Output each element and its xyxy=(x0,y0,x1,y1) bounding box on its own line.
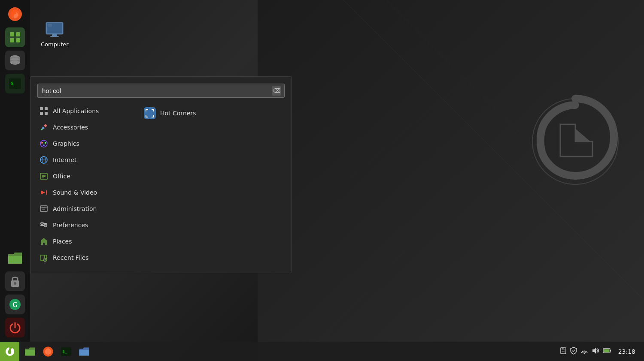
dock-icon-terminal[interactable]: $_ xyxy=(5,74,25,93)
accessories-label: Accessories xyxy=(53,124,88,131)
svg-point-67 xyxy=(583,352,585,354)
internet-label: Internet xyxy=(53,156,77,163)
svg-text:$_: $_ xyxy=(63,349,68,353)
svg-rect-15 xyxy=(10,32,14,36)
dock-icon-lock[interactable] xyxy=(5,271,25,291)
administration-icon xyxy=(39,204,49,214)
computer-icon-label: Computer xyxy=(41,41,69,48)
svg-rect-47 xyxy=(46,190,47,195)
systray-clipboard-icon[interactable] xyxy=(559,347,567,356)
graphics-label: Graphics xyxy=(53,140,79,147)
svg-point-6 xyxy=(532,99,618,184)
svg-line-3 xyxy=(301,43,601,361)
svg-point-37 xyxy=(45,142,46,144)
svg-line-1 xyxy=(343,0,644,300)
dock-icon-firefox[interactable] xyxy=(5,4,25,24)
all-apps-icon xyxy=(39,106,49,116)
svg-point-53 xyxy=(41,222,43,225)
svg-rect-42 xyxy=(40,173,47,179)
graphics-icon xyxy=(39,139,49,148)
dock-icon-db-app[interactable] xyxy=(5,51,25,70)
svg-rect-32 xyxy=(40,112,43,115)
menu-item-graphics[interactable]: Graphics xyxy=(34,135,130,152)
svg-marker-46 xyxy=(41,190,45,195)
menu-item-recent-files[interactable]: Recent Files xyxy=(34,250,130,266)
svg-rect-48 xyxy=(40,206,47,211)
systray-shield-icon[interactable] xyxy=(570,347,577,356)
svg-rect-30 xyxy=(40,107,43,110)
menu-body: All Applications Accessories xyxy=(30,103,292,266)
computer-desktop-icon[interactable]: Computer xyxy=(41,21,69,48)
dock-icon-files[interactable] xyxy=(5,248,25,268)
dock-icon-grid-app[interactable] xyxy=(5,27,25,47)
menu-search-results: Hot Corners xyxy=(134,103,292,266)
search-clear-button[interactable]: ⌫ xyxy=(272,86,281,96)
svg-point-27 xyxy=(14,282,16,285)
menu-item-accessories[interactable]: Accessories xyxy=(34,119,130,135)
taskbar-btn-files[interactable] xyxy=(22,343,38,360)
menu-item-all-apps[interactable]: All Applications xyxy=(34,103,130,119)
svg-rect-18 xyxy=(16,38,20,42)
dock-icon-power[interactable] xyxy=(5,318,25,337)
svg-line-2 xyxy=(386,0,644,257)
taskbar-start-button[interactable] xyxy=(0,342,19,361)
svg-marker-68 xyxy=(592,348,596,354)
svg-point-23 xyxy=(10,60,20,65)
menu-item-preferences[interactable]: Preferences xyxy=(34,217,130,233)
svg-text:$_: $_ xyxy=(11,81,17,86)
svg-rect-71 xyxy=(604,349,609,352)
preferences-icon xyxy=(39,220,49,230)
svg-rect-64 xyxy=(562,347,564,349)
svg-text:G: G xyxy=(12,301,18,308)
places-label: Places xyxy=(53,238,72,245)
systray-battery-icon[interactable] xyxy=(603,347,611,355)
office-icon xyxy=(39,171,49,181)
sound-video-label: Sound & Video xyxy=(53,189,97,196)
systray-volume-icon[interactable] xyxy=(592,347,599,356)
computer-icon-image xyxy=(44,21,65,39)
hot-corners-result-icon xyxy=(144,107,156,119)
office-label: Office xyxy=(53,173,70,180)
taskbar-clock: 23:18 xyxy=(615,348,639,355)
taskbar: $_ xyxy=(0,342,644,361)
svg-point-60 xyxy=(45,348,51,354)
accessories-icon xyxy=(39,123,49,132)
mint-logo-background xyxy=(528,86,623,199)
menu-item-sound-video[interactable]: Sound & Video xyxy=(34,184,130,201)
sound-video-icon xyxy=(39,188,49,197)
search-input-wrapper: ⌫ xyxy=(37,84,285,98)
menu-item-internet[interactable]: Internet xyxy=(34,152,130,168)
taskbar-btn-firefox[interactable] xyxy=(40,343,56,360)
menu-item-office[interactable]: Office xyxy=(34,168,130,184)
svg-rect-31 xyxy=(45,107,48,110)
hot-corners-result-label: Hot Corners xyxy=(160,110,196,117)
sidebar-dock: $_ G xyxy=(0,0,30,342)
dock-icon-grammarly[interactable]: G xyxy=(5,295,25,314)
application-menu: ⌫ All Applications xyxy=(30,76,292,273)
systray-network-icon[interactable] xyxy=(580,347,588,356)
svg-rect-33 xyxy=(45,112,48,115)
search-input[interactable] xyxy=(37,84,285,98)
svg-rect-12 xyxy=(48,24,52,27)
svg-rect-63 xyxy=(561,348,566,354)
svg-rect-11 xyxy=(50,36,59,37)
taskbar-systray: 23:18 xyxy=(559,347,644,356)
svg-point-38 xyxy=(43,144,45,146)
administration-label: Administration xyxy=(53,205,97,212)
taskbar-btn-folder[interactable] xyxy=(76,343,92,360)
svg-line-4 xyxy=(258,0,558,257)
svg-rect-10 xyxy=(52,34,57,36)
svg-rect-70 xyxy=(610,350,611,352)
all-apps-label: All Applications xyxy=(53,108,99,114)
svg-rect-16 xyxy=(16,32,20,36)
preferences-label: Preferences xyxy=(53,222,88,229)
result-item-hot-corners[interactable]: Hot Corners xyxy=(139,103,286,123)
search-bar-container: ⌫ xyxy=(30,77,292,103)
svg-point-55 xyxy=(44,224,47,227)
menu-item-places[interactable]: Places xyxy=(34,233,130,250)
taskbar-btn-terminal[interactable]: $_ xyxy=(58,343,74,360)
mint-start-logo xyxy=(4,346,16,358)
menu-item-administration[interactable]: Administration xyxy=(34,201,130,217)
svg-rect-17 xyxy=(10,38,14,42)
svg-point-36 xyxy=(41,142,43,144)
